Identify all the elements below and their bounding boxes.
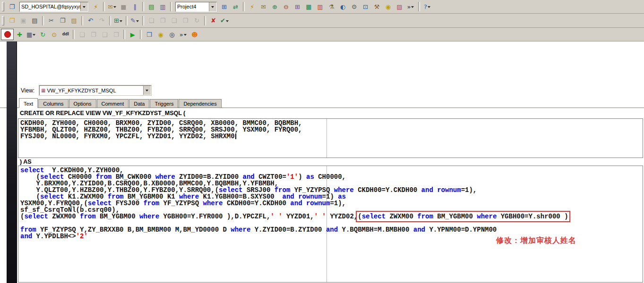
tip-bulb-button[interactable]: ◉ — [155, 29, 166, 40]
find-binoculars-icon: ◎ — [169, 32, 174, 38]
smiley-button[interactable]: ☻ — [189, 29, 200, 40]
palette-button[interactable]: ▨ — [394, 1, 405, 12]
new-connection-button[interactable]: ❐ — [7, 1, 17, 12]
annotation-text: 修改：增加审核人姓名 — [496, 236, 576, 246]
redo-button[interactable]: ↷ — [96, 16, 107, 26]
paste-button[interactable]: ▨ — [69, 16, 79, 26]
view-selector-combo[interactable]: ▦ VW_YF_KFYKZDYST_MSQL — [39, 85, 151, 95]
tab-comment[interactable]: Comment — [97, 99, 129, 108]
page-up-button[interactable]: ❑ — [99, 29, 110, 40]
record-button[interactable] — [1, 29, 14, 40]
sessions-dropdown-icon[interactable] — [32, 30, 36, 39]
columns-editor[interactable]: CKDH00, ZYH000, CH0000, BRXM00, ZYID00, … — [18, 118, 643, 158]
tab-text[interactable]: Text — [19, 98, 38, 108]
create-view-header-row: CREATE OR REPLACE VIEW VW_YF_KFYKZDYST_M… — [0, 108, 644, 118]
session-combo[interactable]: SD_HOSPITAL@fqsyyxy(2) — [19, 2, 88, 12]
edit-format-dropdown-icon[interactable] — [136, 16, 139, 25]
collapsed-panel-bar[interactable] — [7, 42, 17, 283]
tab-options[interactable]: Options — [69, 99, 96, 108]
palette-icon: ▨ — [396, 4, 402, 10]
overflow-button[interactable]: » — [405, 1, 416, 12]
sessions-button[interactable]: ▦ — [26, 29, 37, 40]
flask-button[interactable]: ⚗ — [326, 1, 337, 12]
cut-button[interactable]: ✂ — [46, 16, 57, 26]
tab-columns[interactable]: Columns — [38, 99, 68, 108]
send-mail-button[interactable]: ✉ — [258, 1, 269, 12]
send-mail-icon: ✉ — [261, 4, 266, 10]
help-button[interactable]: ? — [422, 1, 433, 12]
doc-first-button[interactable]: ❏ — [146, 16, 157, 26]
run-script-button[interactable]: ▤ — [146, 1, 157, 12]
page-paste-button[interactable]: ❐ — [88, 29, 99, 40]
toolbar-separator — [140, 30, 142, 39]
page-down-button[interactable]: ❒ — [111, 29, 121, 40]
sql-editor[interactable]: select Y.CKDH00,Y.ZYH000, (select CH0000… — [18, 166, 643, 283]
doc-next-button[interactable]: ❑ — [169, 16, 180, 26]
toolbar-separator — [42, 16, 44, 25]
overflow-dropdown-icon[interactable] — [411, 2, 414, 11]
pause-button[interactable]: ∥ — [129, 1, 140, 12]
tab-triggers[interactable]: Triggers — [150, 99, 178, 108]
session-combo-dropdown-icon[interactable] — [80, 2, 88, 11]
project-sync-button[interactable]: ⇄ — [230, 1, 241, 12]
export-data-icon: ⊖ — [283, 4, 289, 10]
columns-text: CKDH00, ZYH000, CH0000, BRXM00, ZYID00, … — [18, 119, 643, 140]
schema-browser-button[interactable]: ⊞ — [292, 1, 303, 12]
world-button[interactable]: ◐ — [337, 1, 348, 12]
tab-data[interactable]: Data — [129, 99, 149, 108]
project-window-button[interactable]: ⊞ — [219, 1, 230, 12]
editor-window: View: ▦ VW_YF_KFYKZDYST_MSQL TextColumns… — [0, 42, 644, 283]
export-data-button[interactable]: ⊖ — [281, 1, 292, 12]
mail-button[interactable]: ✉ — [107, 1, 118, 12]
find-binoculars-button[interactable]: ◎ — [166, 29, 177, 40]
add-button[interactable]: ✚ — [14, 29, 25, 40]
toolbar-grip[interactable] — [2, 16, 4, 25]
stop-button[interactable]: ■ — [118, 1, 129, 12]
tab-dependencies[interactable]: Dependencies — [179, 99, 221, 108]
compile-button[interactable]: ✔ — [219, 16, 230, 26]
table-button[interactable]: ⊞ — [113, 16, 124, 26]
page-paste-icon: ❐ — [91, 32, 96, 38]
import-data-button[interactable]: ⊕ — [269, 1, 280, 12]
page-copy-button[interactable]: ❏ — [77, 29, 87, 40]
execute-button[interactable]: ⚡ — [247, 1, 258, 12]
data-grid-button[interactable]: ▦ — [303, 1, 314, 12]
grid-button[interactable]: ⊡ — [360, 1, 371, 12]
refresh-button[interactable]: ↻ — [37, 29, 48, 40]
refresh-doc-button[interactable]: ↻ — [191, 16, 202, 26]
save-button[interactable]: ▣ — [18, 16, 29, 26]
chart-button[interactable]: ▥ — [315, 1, 326, 12]
run-button[interactable]: ▶ — [127, 29, 138, 40]
doc-last-button[interactable]: ❒ — [180, 16, 191, 26]
view-selector-value: VW_YF_KFYKZDYST_MSQL — [47, 88, 116, 93]
as-header-row: ) AS — [0, 158, 644, 166]
doc-prev-button[interactable]: ❐ — [157, 16, 168, 26]
code-line: (select CH0000 from BM_CWK000 where ZYID… — [20, 174, 643, 180]
project-combo-dropdown-icon[interactable] — [209, 2, 216, 11]
help-dropdown-icon[interactable] — [427, 2, 431, 11]
session-mode-button[interactable]: ⚡ — [90, 1, 101, 12]
extract-ddl-button[interactable]: ddl — [60, 29, 71, 40]
view-combo-dropdown-icon[interactable] — [143, 86, 151, 95]
compile-dropdown-icon[interactable] — [225, 16, 229, 25]
script-output-button[interactable]: ▥ — [157, 1, 168, 12]
project-combo[interactable]: Project4 — [175, 2, 217, 12]
print-button[interactable]: ▤ — [29, 16, 40, 26]
layers-button[interactable]: ❒ — [144, 29, 155, 40]
key-button[interactable]: ⊙ — [49, 29, 60, 40]
overflow2-dropdown-icon[interactable] — [183, 30, 187, 39]
mail-dropdown-icon[interactable] — [113, 2, 117, 11]
toolbar-separator — [103, 2, 105, 11]
edit-format-button[interactable]: ✎ — [129, 16, 140, 26]
undo-button[interactable]: ↶ — [85, 16, 96, 26]
toolbar-grip[interactable] — [2, 2, 4, 11]
invalidate-button[interactable]: ✘ — [208, 16, 219, 26]
tools-button[interactable]: ⚒ — [371, 1, 382, 12]
open-file-button[interactable]: ❒ — [7, 16, 17, 26]
hint-bulb-button[interactable]: ◉ — [383, 1, 394, 12]
compile-icon: ✔ — [220, 17, 225, 24]
overflow2-button[interactable]: » — [178, 29, 189, 40]
settings-gear-button[interactable]: ⚙ — [349, 1, 360, 12]
copy-button[interactable]: ❐ — [57, 16, 68, 26]
table-dropdown-icon[interactable] — [119, 16, 123, 25]
